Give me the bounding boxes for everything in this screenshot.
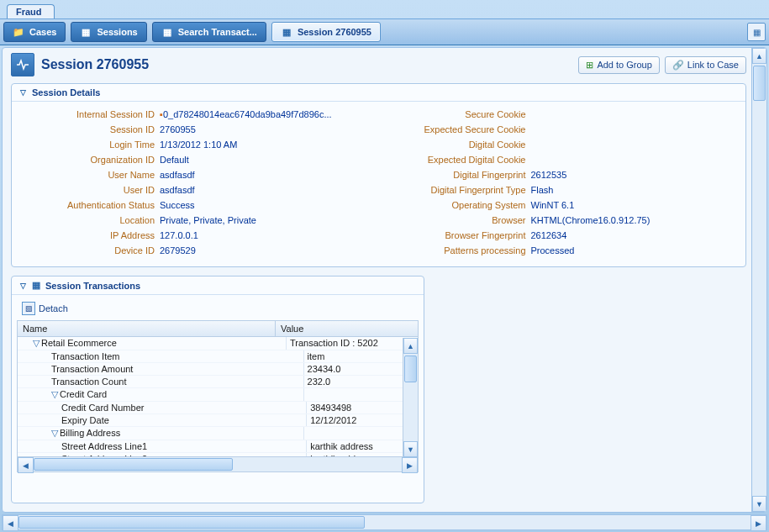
table-row[interactable]: Transaction Itemitem	[18, 350, 418, 363]
field-label: Authentication Status	[20, 198, 160, 212]
field-value: Processed	[531, 244, 575, 257]
field-value: 127.0.0.1	[160, 229, 198, 242]
cell-value: karthik address	[307, 453, 418, 456]
collapse-toggle[interactable]: ▽	[18, 282, 27, 290]
table-row[interactable]: Transaction Amount23434.0	[18, 363, 418, 376]
column-header-name[interactable]: Name	[18, 321, 276, 336]
tree-toggle-icon[interactable]: ▽	[33, 338, 41, 349]
scrollbar-thumb[interactable]	[753, 66, 766, 101]
field-value: Flash	[531, 183, 554, 197]
field-label: Session ID	[20, 123, 160, 136]
link-icon: 🔗	[672, 60, 684, 71]
nav-tab-cases[interactable]: 📁 Cases	[3, 22, 66, 42]
tree-toggle-icon[interactable]: ▽	[51, 389, 60, 400]
scrollbar-track[interactable]	[403, 354, 418, 441]
table-row[interactable]: Street Address Line1karthik address	[18, 440, 418, 453]
scroll-right-button[interactable]: ▶	[751, 515, 766, 531]
table-row[interactable]: ▽Billing Address	[18, 427, 418, 440]
field-label: Digital Fingerprint Type	[392, 183, 531, 197]
field-value: ▪0_d78248014eac6740da9ba49f7d896c...	[160, 108, 332, 121]
nav-tab-sessions[interactable]: ▦ Sessions	[71, 22, 146, 42]
field-label: IP Address	[20, 229, 160, 242]
scrollbar-track[interactable]	[365, 515, 751, 529]
tree-cell-name: ▽Retail Ecommerce	[18, 337, 287, 350]
table-row[interactable]: ▽Retail EcommerceTransaction ID : 5202	[18, 337, 418, 350]
tree-cell-name: Street Address Line1	[18, 440, 307, 452]
scroll-right-button[interactable]: ▶	[402, 457, 418, 473]
field-label: Login Time	[20, 138, 160, 151]
nav-label: Sessions	[97, 27, 137, 37]
table-row[interactable]: Expiry Date12/12/2012	[18, 414, 418, 427]
nav-tab-session-detail[interactable]: ▦ Session 2760955	[271, 22, 381, 42]
scrollbar-track[interactable]	[233, 457, 402, 471]
field-label: Expected Secure Cookie	[392, 123, 531, 136]
cell-value	[304, 388, 418, 401]
field-label: Operating System	[392, 198, 531, 212]
field-value: 1/13/2012 1:10 AM	[160, 138, 237, 151]
nav-tab-search-transactions[interactable]: ▦ Search Transact...	[152, 22, 266, 42]
grid-icon: ▦	[281, 26, 292, 38]
field-label: User ID	[20, 183, 160, 197]
activity-icon	[11, 53, 34, 76]
cell-value	[304, 427, 418, 440]
field-label: Location	[20, 213, 160, 227]
field-label: Digital Cookie	[392, 138, 531, 151]
detach-button[interactable]: ▧ Detach	[22, 302, 68, 315]
transactions-grid: Name Value ▽Retail EcommerceTransaction …	[17, 320, 419, 472]
field-value: asdfasdf	[160, 183, 195, 197]
table-row[interactable]: Credit Card Number38493498	[18, 402, 418, 414]
field-label: Expected Digital Cookie	[392, 153, 531, 166]
field-label: Digital Fingerprint	[392, 168, 531, 182]
scrollbar-thumb[interactable]	[34, 458, 233, 471]
page-title: Session 2760955	[11, 53, 149, 76]
scroll-up-button[interactable]: ▲	[403, 338, 418, 354]
add-to-group-button[interactable]: ⊞ Add to Group	[578, 56, 659, 74]
field-label: User Name	[20, 168, 160, 182]
field-value: 2760955	[160, 123, 196, 136]
field-value: Private, Private, Private	[160, 213, 256, 227]
grid-icon: ▦	[80, 26, 92, 38]
tree-cell-name: Transaction Count	[18, 376, 304, 387]
scroll-up-button[interactable]: ▲	[752, 48, 766, 64]
field-value: asdfasdf	[160, 168, 195, 182]
grid-icon: ▦	[753, 28, 761, 37]
nav-label: Session 2760955	[298, 27, 371, 37]
link-to-case-button[interactable]: 🔗 Link to Case	[665, 56, 746, 74]
nav-strip: 📁 Cases ▦ Sessions ▦ Search Transact... …	[0, 18, 769, 45]
cell-value: 232.0	[304, 376, 418, 387]
table-row[interactable]: Street Address Line2karthik address	[18, 453, 418, 456]
nav-menu-button[interactable]: ▦	[747, 23, 766, 41]
table-row[interactable]: ▽Credit Card	[18, 388, 418, 402]
tree-cell-name: ▽Credit Card	[18, 388, 304, 401]
scrollbar-track[interactable]	[752, 64, 766, 496]
tree-cell-name: Street Address Line2	[18, 453, 307, 456]
field-value: KHTML(Chrome16.0.912.75)	[531, 213, 650, 227]
cell-value: 12/12/2012	[307, 414, 418, 426]
field-value: Default	[160, 153, 189, 166]
nav-label: Cases	[29, 27, 56, 37]
field-label: Patterns processing	[392, 244, 531, 257]
scrollbar-thumb[interactable]	[18, 516, 365, 529]
scroll-down-button[interactable]: ▼	[403, 441, 418, 457]
cell-value: karthik address	[307, 440, 418, 452]
tree-toggle-icon[interactable]: ▽	[51, 428, 60, 439]
field-value: 2679529	[160, 244, 196, 257]
column-header-value[interactable]: Value	[276, 321, 393, 336]
scrollbar-thumb[interactable]	[404, 356, 417, 382]
panel-title: Session Transactions	[45, 281, 140, 291]
scroll-left-button[interactable]: ◀	[3, 515, 18, 531]
tree-cell-name: Expiry Date	[18, 414, 307, 426]
session-transactions-panel: ▽ ▦ Session Transactions ▧ Detach Name	[11, 276, 424, 503]
tree-cell-name: Credit Card Number	[18, 402, 307, 413]
table-row[interactable]: Transaction Count232.0	[18, 376, 418, 388]
folder-icon: 📁	[13, 26, 24, 38]
field-label: Internal Session ID	[20, 108, 160, 121]
collapse-toggle[interactable]: ▽	[18, 88, 27, 97]
scroll-left-button[interactable]: ◀	[18, 457, 34, 473]
button-label: Link to Case	[687, 60, 739, 70]
cell-value: 23434.0	[304, 363, 418, 375]
field-value: Success	[160, 198, 195, 212]
scroll-down-button[interactable]: ▼	[752, 496, 766, 512]
field-label: Secure Cookie	[392, 108, 531, 121]
app-tab-fraud[interactable]: Fraud	[7, 4, 55, 18]
